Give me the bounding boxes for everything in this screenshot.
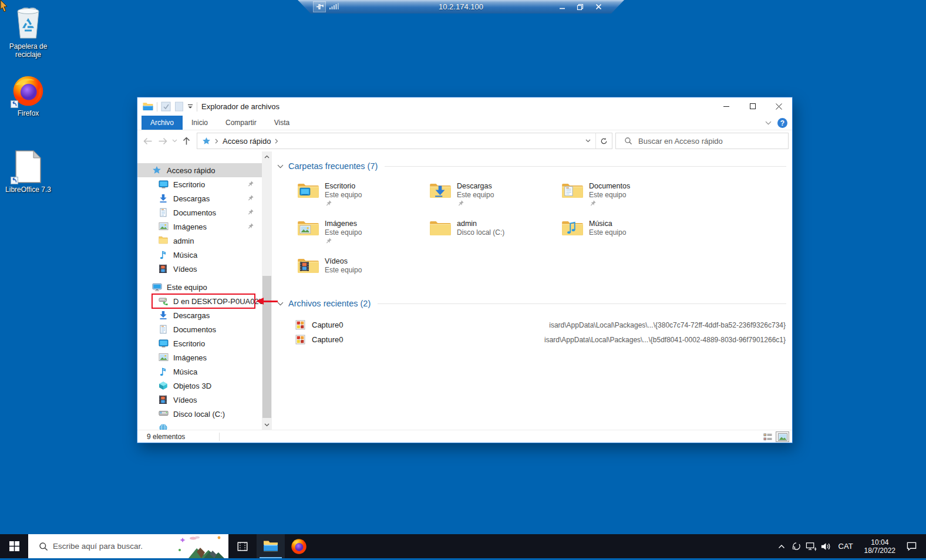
- volume-icon[interactable]: [819, 534, 833, 558]
- sidebar-item-este-equipo[interactable]: Este equipo: [137, 280, 262, 294]
- breadcrumb-item[interactable]: Acceso rápido: [223, 137, 271, 146]
- folder-tile-musica[interactable]: MúsicaEste equipo: [561, 218, 693, 256]
- taskbar-file-explorer-button[interactable]: [257, 534, 285, 558]
- sidebar-scrollbar[interactable]: [262, 151, 272, 430]
- task-view-button[interactable]: [228, 534, 257, 558]
- details-view-button[interactable]: [761, 431, 775, 442]
- folder-tile-documentos[interactable]: DocumentosEste equipo: [561, 181, 693, 218]
- desktop-icon-libreoffice-7-3[interactable]: LibreOffice 7.3: [2, 148, 54, 194]
- qat-properties-icon[interactable]: [161, 102, 171, 112]
- explorer-search-input[interactable]: [638, 137, 788, 146]
- sidebar-item-label: Vídeos: [173, 265, 197, 274]
- tab-inicio[interactable]: Inicio: [183, 116, 217, 130]
- folder-name: Documentos: [589, 181, 630, 191]
- hidden-icons-chevron[interactable]: [775, 534, 789, 558]
- sidebar-item-label: Documentos: [173, 208, 216, 217]
- action-center-icon[interactable]: [901, 534, 921, 558]
- language-indicator[interactable]: CAT: [833, 542, 858, 551]
- taskbar-search-input[interactable]: [53, 542, 164, 551]
- rdp-connection-bar[interactable]: 10.2.174.100: [298, 0, 624, 14]
- forward-button[interactable]: [155, 133, 170, 149]
- sidebar-item-escritorio[interactable]: Escritorio: [137, 177, 262, 191]
- music-icon: [159, 367, 169, 377]
- scroll-down-icon[interactable]: [262, 420, 272, 430]
- recent-locations-button[interactable]: [170, 139, 179, 143]
- taskbar-firefox-button[interactable]: [285, 534, 313, 558]
- recent-file-row[interactable]: Capture0isard\AppData\Local\Packages\...…: [277, 332, 789, 347]
- qat-new-folder-icon[interactable]: [174, 102, 184, 112]
- network-icon[interactable]: [804, 534, 819, 558]
- folder-tile-descargas[interactable]: DescargasEste equipo: [429, 181, 561, 218]
- thumbnails-view-button[interactable]: [776, 431, 789, 442]
- up-button[interactable]: [179, 133, 194, 149]
- sidebar-item-d-en-desktop-p0ua02u[interactable]: D en DESKTOP-P0UA02U: [137, 294, 262, 308]
- scrollbar-thumb[interactable]: [262, 276, 271, 418]
- tab-vista[interactable]: Vista: [265, 116, 298, 130]
- tab-compartir[interactable]: Compartir: [217, 116, 265, 130]
- folder-tile-admin[interactable]: adminDisco local (C:): [429, 218, 561, 256]
- rdp-minimize-button[interactable]: [557, 2, 567, 12]
- ribbon-help-button[interactable]: ?: [777, 118, 787, 128]
- rdp-restore-button[interactable]: [575, 2, 585, 12]
- sidebar-item-musica[interactable]: Música: [137, 248, 262, 262]
- back-button[interactable]: [140, 133, 155, 149]
- chevron-down-icon[interactable]: [277, 164, 284, 168]
- sidebar-item-documentos[interactable]: Documentos: [137, 322, 262, 336]
- sidebar-item-imagenes[interactable]: Imágenes: [137, 220, 262, 234]
- tile-text: MúsicaEste equipo: [589, 219, 626, 237]
- refresh-button[interactable]: [595, 133, 612, 149]
- explorer-search[interactable]: [615, 133, 789, 149]
- search-highlight-art: [176, 534, 228, 558]
- folder-tile-videos[interactable]: VídeosEste equipo: [297, 256, 429, 294]
- sidebar-item-videos[interactable]: Vídeos: [137, 262, 262, 276]
- desktop-icon-papelera-de-reciclaje[interactable]: Papelera de reciclaje: [2, 5, 54, 59]
- pin-icon: [325, 237, 362, 245]
- clock[interactable]: 10:04 18/7/2022: [858, 538, 901, 555]
- start-button[interactable]: [0, 534, 28, 558]
- tray-app-icon[interactable]: [789, 534, 804, 558]
- section-recent-files[interactable]: Archivos recientes (2): [277, 297, 789, 310]
- sidebar-item-objetos-3d[interactable]: Objetos 3D: [137, 379, 262, 393]
- sidebar-item-disco-local-c[interactable]: Disco local (C:): [137, 407, 262, 421]
- sidebar-item-imagenes[interactable]: Imágenes: [137, 350, 262, 365]
- explorer-titlebar[interactable]: Explorador de archivos: [137, 97, 792, 116]
- sidebar-item-escritorio[interactable]: Escritorio: [137, 336, 262, 350]
- sidebar-item-network[interactable]: [137, 421, 262, 430]
- sidebar-item-acceso-rapido[interactable]: Acceso rápido: [137, 163, 262, 177]
- folder-name: Escritorio: [325, 181, 362, 191]
- close-button[interactable]: [766, 97, 792, 115]
- explorer-sidebar: Acceso rápidoEscritorioDescargasDocument…: [137, 151, 262, 430]
- scroll-up-icon[interactable]: [262, 151, 272, 161]
- ribbon-tabs: ArchivoInicioCompartirVista ?: [137, 116, 792, 130]
- minimize-button[interactable]: [713, 97, 739, 115]
- folder-name: Imágenes: [325, 219, 362, 228]
- tab-archivo[interactable]: Archivo: [142, 116, 183, 130]
- maximize-button[interactable]: [739, 97, 766, 115]
- folder-icon: [429, 219, 452, 237]
- sidebar-item-label: Vídeos: [173, 396, 197, 404]
- recent-file-row[interactable]: Capture0isard\AppData\Local\Packages\...…: [277, 318, 789, 332]
- sidebar-item-descargas[interactable]: Descargas: [137, 308, 262, 322]
- sidebar-item-descargas[interactable]: Descargas: [137, 191, 262, 205]
- sidebar-item-videos[interactable]: Vídeos: [137, 393, 262, 407]
- sidebar-item-musica[interactable]: Música: [137, 365, 262, 379]
- desktop-icon-firefox[interactable]: Firefox: [2, 72, 54, 117]
- rdp-close-button[interactable]: [594, 2, 603, 12]
- firefox-icon: [2, 72, 54, 107]
- address-bar[interactable]: Acceso rápido: [197, 133, 612, 149]
- chevron-down-icon[interactable]: [277, 302, 284, 306]
- folder-tile-imagenes[interactable]: ImágenesEste equipo: [297, 218, 429, 256]
- frequent-folders-grid: EscritorioEste equipoDescargasEste equip…: [297, 181, 789, 294]
- section-frequent-folders[interactable]: Carpetas frecuentes (7): [277, 160, 789, 173]
- qat-customize-icon[interactable]: [187, 104, 193, 109]
- address-dropdown-button[interactable]: [580, 133, 595, 149]
- breadcrumb-chevron-icon[interactable]: [275, 139, 278, 144]
- folder-tile-escritorio[interactable]: EscritorioEste equipo: [297, 181, 429, 218]
- search-icon: [39, 542, 48, 551]
- explorer-app-icon: [143, 102, 153, 111]
- shortcut-arrow-icon: [11, 177, 18, 184]
- taskbar-search[interactable]: [28, 534, 228, 558]
- sidebar-item-documentos[interactable]: Documentos: [137, 205, 262, 220]
- ribbon-collapse-button[interactable]: [765, 121, 772, 125]
- sidebar-item-admin[interactable]: admin: [137, 234, 262, 248]
